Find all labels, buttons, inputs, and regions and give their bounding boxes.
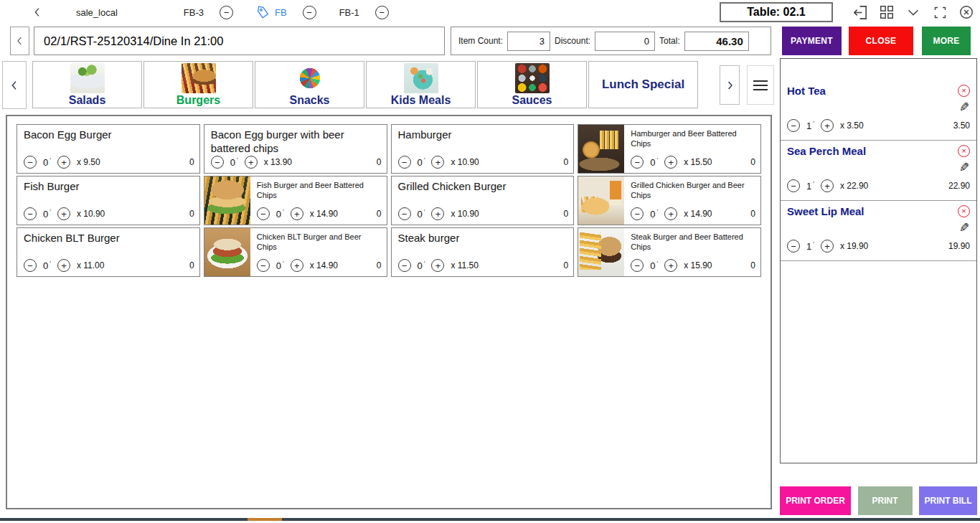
order-back-button[interactable] <box>10 27 29 55</box>
category-tab-sauces[interactable]: Sauces <box>477 61 587 108</box>
decrease-qty-button[interactable] <box>787 119 800 132</box>
close-app-button[interactable] <box>958 4 975 21</box>
menu-item-card[interactable]: Grilled Chicken Burger and Beer Chips0x … <box>578 176 761 225</box>
menu-item-card[interactable]: Bacon Egg Burger0x 9.500 <box>17 124 200 174</box>
remove-item-button[interactable] <box>958 205 970 217</box>
qty-value[interactable]: 0 <box>43 156 51 168</box>
menu-item-card[interactable]: Hamburger0x 10.900 <box>391 124 575 174</box>
decrease-qty-button[interactable] <box>257 259 270 272</box>
decrease-qty-button[interactable] <box>398 156 411 169</box>
payment-button[interactable]: PAYMENT <box>782 27 842 55</box>
nav-back-button[interactable] <box>30 4 44 20</box>
order-item[interactable]: Sweet Lip Meal1x 19.9019.90 <box>781 201 976 261</box>
close-button[interactable]: CLOSE <box>849 27 913 55</box>
qty-value[interactable]: 0 <box>276 208 284 220</box>
qty-value[interactable]: 0 <box>43 260 51 271</box>
increase-qty-button[interactable] <box>57 156 70 169</box>
decrease-qty-button[interactable] <box>24 259 37 272</box>
increase-qty-button[interactable] <box>431 207 444 220</box>
category-tab-lunch-special[interactable]: Lunch Special <box>588 61 698 108</box>
qty-value[interactable]: 1 <box>806 180 814 192</box>
decrease-qty-button[interactable] <box>24 156 37 169</box>
menu-item-name: Chicken BLT Burger and Beer Chips <box>257 232 382 253</box>
exit-button[interactable] <box>852 4 869 21</box>
increase-qty-button[interactable] <box>291 259 303 272</box>
qty-value[interactable]: 0 <box>276 260 284 271</box>
decrease-qty-button[interactable] <box>211 156 224 169</box>
discount-field[interactable]: 0 <box>595 32 655 51</box>
increase-qty-button[interactable] <box>664 207 677 220</box>
edit-item-icon[interactable] <box>959 220 969 235</box>
remove-tab-button[interactable] <box>303 6 316 19</box>
increase-qty-button[interactable] <box>57 207 70 220</box>
item-count-field[interactable]: 3 <box>507 32 550 51</box>
qty-value[interactable]: 0 <box>650 156 658 168</box>
increase-qty-button[interactable] <box>431 259 444 272</box>
remove-item-button[interactable] <box>958 85 970 97</box>
apps-grid-button[interactable] <box>878 4 895 21</box>
qty-value[interactable]: 0 <box>43 208 51 220</box>
fb-tab-fb-3[interactable]: FB-3 <box>184 7 204 18</box>
increase-qty-button[interactable] <box>821 119 834 132</box>
category-tab-salads[interactable]: Salads <box>32 61 142 108</box>
decrease-qty-button[interactable] <box>787 179 800 192</box>
increase-qty-button[interactable] <box>821 179 834 192</box>
fb-tab-fb-1[interactable]: FB-1 <box>339 7 359 18</box>
qty-value[interactable]: 1 <box>806 240 814 252</box>
decrease-qty-button[interactable] <box>398 207 411 220</box>
increase-qty-button[interactable] <box>57 259 70 272</box>
scroll-categories-left-button[interactable] <box>2 61 27 109</box>
qty-value[interactable]: 0 <box>650 208 658 220</box>
menu-item-card[interactable]: Chicken BLT Burger and Beer Chips0x 14.9… <box>204 227 387 277</box>
qty-value[interactable]: 0 <box>230 156 238 168</box>
decrease-qty-button[interactable] <box>631 259 644 272</box>
menu-item-card[interactable]: Grilled Chicken Burger0x 10.900 <box>391 176 575 225</box>
increase-qty-button[interactable] <box>821 240 834 253</box>
remove-item-button[interactable] <box>958 145 970 157</box>
qty-value[interactable]: 1 <box>806 120 814 131</box>
category-menu-button[interactable] <box>747 65 774 105</box>
total-field[interactable]: 46.30 <box>684 32 749 51</box>
decrease-qty-button[interactable] <box>631 156 644 169</box>
scroll-categories-right-button[interactable] <box>720 65 740 105</box>
edit-item-icon[interactable] <box>959 100 969 115</box>
increase-qty-button[interactable] <box>664 259 677 272</box>
menu-item-card[interactable]: Fish Burger0x 10.900 <box>17 176 200 225</box>
print-order-button[interactable]: PRINT ORDER <box>780 486 851 515</box>
decrease-qty-button[interactable] <box>24 207 37 220</box>
remove-tab-button[interactable] <box>220 6 233 19</box>
decrease-qty-button[interactable] <box>398 259 411 272</box>
decrease-qty-button[interactable] <box>257 207 270 220</box>
menu-item-card[interactable]: Fish Burger and Beer Battered Chips0x 14… <box>204 176 387 225</box>
increase-qty-button[interactable] <box>431 156 444 169</box>
table-button[interactable]: Table: 02.1 <box>720 2 833 22</box>
category-tab-burgers[interactable]: Burgers <box>143 61 253 108</box>
increase-qty-button[interactable] <box>245 156 258 169</box>
qty-value[interactable]: 0 <box>418 208 425 220</box>
increase-qty-button[interactable] <box>291 207 303 220</box>
order-item[interactable]: Hot Tea1x 3.503.50 <box>781 59 976 141</box>
edit-item-icon[interactable] <box>959 160 969 175</box>
category-tab-kids-meals[interactable]: Kids Meals <box>366 61 476 108</box>
menu-item-card[interactable]: Bacon Egg burger with beer battered chip… <box>204 124 387 174</box>
more-button[interactable]: MORE <box>922 27 971 55</box>
remove-tab-button[interactable] <box>375 6 389 19</box>
qty-value[interactable]: 0 <box>418 260 425 271</box>
increase-qty-button[interactable] <box>664 156 677 169</box>
category-tab-snacks[interactable]: Snacks <box>255 61 364 108</box>
print-button[interactable]: PRINT <box>858 486 913 515</box>
fb-tab-fb[interactable]: FB <box>256 6 287 19</box>
fullscreen-button[interactable] <box>931 4 948 21</box>
order-info-field[interactable]: 02/1/RST-25120314/Dine In 21:00 <box>34 27 445 55</box>
menu-item-card[interactable]: Steak Burger and Beer Battered Chips0x 1… <box>578 227 761 277</box>
menu-item-card[interactable]: Steak burger0x 11.500 <box>391 227 575 277</box>
decrease-qty-button[interactable] <box>631 207 644 220</box>
qty-value[interactable]: 0 <box>418 156 425 168</box>
decrease-qty-button[interactable] <box>787 240 800 253</box>
print-bill-button[interactable]: PRINT BILL <box>919 486 977 515</box>
qty-value[interactable]: 0 <box>650 260 658 271</box>
menu-item-card[interactable]: Hamburger and Beer Battered Chips0x 15.5… <box>578 124 761 174</box>
collapse-button[interactable] <box>905 4 922 21</box>
order-item[interactable]: Sea Perch Meal1x 22.9022.90 <box>781 141 976 201</box>
menu-item-card[interactable]: Chicken BLT Burger0x 11.000 <box>17 227 200 277</box>
